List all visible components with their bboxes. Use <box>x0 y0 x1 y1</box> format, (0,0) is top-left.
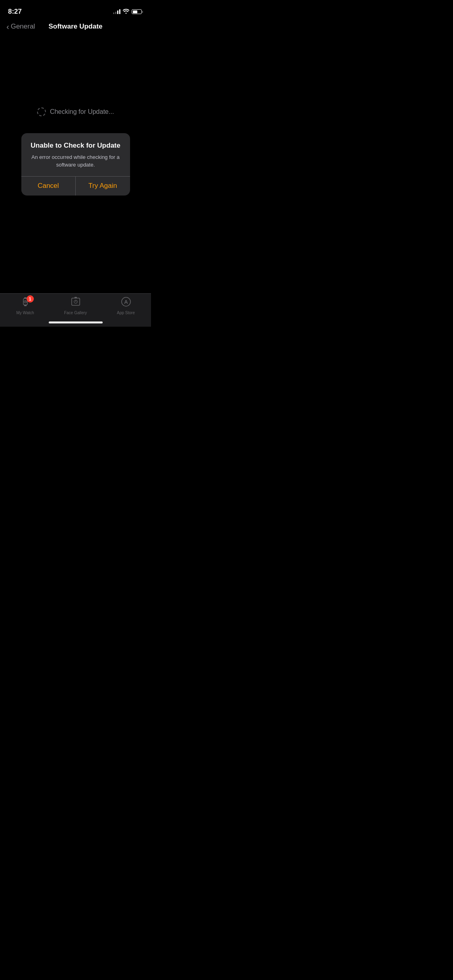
status-icons <box>113 8 143 15</box>
tab-icon-wrapper-my-watch: 1 <box>19 297 31 309</box>
battery-tip <box>142 11 143 13</box>
battery-fill <box>133 10 137 13</box>
battery-icon <box>132 9 143 14</box>
back-label: General <box>11 23 35 31</box>
page-title: Software Update <box>48 23 102 31</box>
alert-title: Unable to Check for Update <box>28 141 124 150</box>
svg-rect-7 <box>74 297 77 299</box>
tab-label-my-watch: My Watch <box>16 311 34 315</box>
tab-label-face-gallery: Face Gallery <box>64 311 87 315</box>
back-button[interactable]: ‹ General <box>6 22 35 31</box>
alert-message: An error occurred while checking for a s… <box>28 153 124 169</box>
alert-buttons: Cancel Try Again <box>21 176 130 196</box>
chevron-left-icon: ‹ <box>6 22 9 31</box>
alert-dialog: Unable to Check for Update An error occu… <box>21 133 130 196</box>
wifi-icon <box>123 8 129 15</box>
tab-icon-wrapper-face-gallery <box>70 297 82 309</box>
signal-bar-3 <box>117 10 118 14</box>
signal-bar-2 <box>115 12 116 14</box>
face-gallery-icon <box>70 296 81 310</box>
svg-rect-1 <box>24 297 27 299</box>
signal-bar-1 <box>113 12 114 14</box>
svg-rect-2 <box>24 305 27 306</box>
status-time: 8:27 <box>8 8 22 16</box>
alert-content: Unable to Check for Update An error occu… <box>21 133 130 176</box>
tab-label-app-store: App Store <box>117 311 134 315</box>
cancel-button[interactable]: Cancel <box>21 176 76 196</box>
alert-overlay: Unable to Check for Update An error occu… <box>0 35 151 293</box>
try-again-button[interactable]: Try Again <box>76 176 130 196</box>
battery-body <box>132 9 142 14</box>
app-store-icon: A <box>120 296 132 310</box>
page: 8:27 <box>0 0 151 327</box>
my-watch-badge: 1 <box>27 295 34 303</box>
status-bar: 8:27 <box>0 0 151 18</box>
tab-face-gallery[interactable]: Face Gallery <box>50 297 101 315</box>
tab-app-store[interactable]: A App Store <box>101 297 151 315</box>
signal-bars-icon <box>113 9 120 14</box>
signal-bar-4 <box>119 9 120 14</box>
tab-my-watch[interactable]: 1 My Watch <box>0 297 50 315</box>
svg-text:A: A <box>124 299 128 305</box>
home-indicator <box>49 321 103 323</box>
nav-bar: ‹ General Software Update <box>0 18 151 35</box>
tab-icon-wrapper-app-store: A <box>120 297 132 309</box>
